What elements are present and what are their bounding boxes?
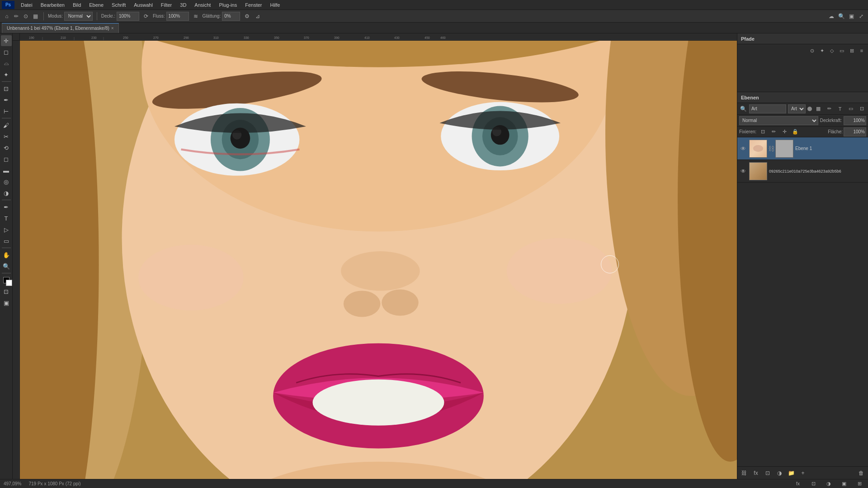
- blend-mode-select[interactable]: Normal: [739, 116, 818, 125]
- foreground-color[interactable]: [1, 275, 12, 286]
- layer-search-box[interactable]: Art: [749, 104, 786, 113]
- shape-tool[interactable]: ▭: [1, 235, 12, 246]
- canvas[interactable]: [20, 41, 737, 479]
- menu-3d[interactable]: 3D: [176, 1, 190, 9]
- hand-tool[interactable]: ✋: [1, 249, 12, 260]
- eraser-tool[interactable]: ◻: [1, 154, 12, 164]
- layer-row[interactable]: 👁 ⛓ Ebene 1: [737, 137, 868, 160]
- menu-bild[interactable]: Bild: [69, 1, 85, 9]
- brush-tool-icon[interactable]: ✏: [12, 12, 20, 20]
- layer-visibility-toggle[interactable]: 👁: [739, 145, 747, 152]
- magic-wand-tool[interactable]: ✦: [1, 69, 12, 80]
- opacity-input[interactable]: [844, 116, 866, 125]
- select-tool[interactable]: ◻: [1, 47, 12, 57]
- layer-icon-4[interactable]: ▭: [846, 104, 855, 113]
- pfade-grid-icon[interactable]: ⊞: [847, 46, 856, 55]
- move-tool[interactable]: ✛: [1, 35, 12, 46]
- layer-icon-5[interactable]: ⊡: [857, 104, 866, 113]
- history-tool[interactable]: ⟲: [1, 142, 12, 153]
- glattung-group: Glättung:: [203, 12, 241, 21]
- ebenen-panel-header[interactable]: Ebenen: [737, 92, 868, 103]
- path-tool[interactable]: ▷: [1, 224, 12, 235]
- pfade-circle-icon[interactable]: ⊙: [807, 46, 816, 55]
- brush-options-icon[interactable]: ⊙: [22, 12, 30, 20]
- screen-mode[interactable]: ▣: [1, 297, 12, 308]
- svg-text:410: 410: [364, 36, 370, 39]
- layer-search-type[interactable]: Art: [788, 104, 806, 113]
- crop-tool[interactable]: ⊡: [1, 83, 12, 94]
- menu-filter[interactable]: Filter: [157, 1, 175, 9]
- new-layer-btn[interactable]: +: [798, 469, 808, 478]
- layer-icon-3[interactable]: T: [835, 104, 844, 113]
- menu-ebene[interactable]: Ebene: [85, 1, 107, 9]
- blur-tool[interactable]: ◎: [1, 176, 12, 187]
- menu-ansicht[interactable]: Ansicht: [191, 1, 214, 9]
- gradient-tool[interactable]: ▬: [1, 165, 12, 176]
- svg-point-44: [507, 238, 612, 304]
- home-icon[interactable]: ⌂: [3, 12, 11, 20]
- layer-icon-1[interactable]: ▦: [814, 104, 823, 113]
- menu-auswahl[interactable]: Auswahl: [130, 1, 156, 9]
- pfade-panel-header[interactable]: Pfade: [737, 33, 868, 44]
- pfade-diamond-icon[interactable]: ◇: [827, 46, 836, 55]
- new-fill-btn[interactable]: ◑: [774, 469, 784, 478]
- fluss-input[interactable]: [166, 12, 189, 21]
- fluss-label: Fluss:: [153, 14, 165, 19]
- measure-tool[interactable]: ⊢: [1, 106, 12, 117]
- menu-datei[interactable]: Datei: [17, 1, 36, 9]
- lasso-tool[interactable]: ⌓: [1, 58, 12, 69]
- pfade-star-icon[interactable]: ✦: [817, 46, 826, 55]
- menu-bearbeiten[interactable]: Bearbeiten: [37, 1, 68, 9]
- settings-icon[interactable]: ⚙: [243, 12, 251, 20]
- cloud-icon[interactable]: ☁: [827, 12, 835, 20]
- quick-mask-mode[interactable]: ⊡: [1, 286, 12, 297]
- menu-hilfe[interactable]: Hilfe: [266, 1, 283, 9]
- airbrush-icon[interactable]: ⟳: [142, 12, 150, 20]
- brush-tool[interactable]: 🖌: [1, 120, 12, 131]
- pfade-square-icon[interactable]: ▭: [837, 46, 846, 55]
- add-style-btn[interactable]: fx: [751, 469, 761, 478]
- document-tab[interactable]: Unbenannt-1 bei 497% (Ebene 1, Ebenenmas…: [2, 23, 119, 33]
- delete-layer-btn[interactable]: 🗑: [856, 469, 866, 478]
- pen-tool[interactable]: ✒: [1, 202, 12, 212]
- glattung-input[interactable]: [222, 12, 240, 21]
- status-mask-btn[interactable]: ⊡: [808, 479, 818, 488]
- status-fx-btn[interactable]: fx: [793, 479, 803, 488]
- pfade-panel-menu[interactable]: ≡: [857, 46, 866, 55]
- link-layers-btn[interactable]: ⛓: [739, 469, 749, 478]
- menu-fenster[interactable]: Fenster: [241, 1, 265, 9]
- expand-icon[interactable]: ⤢: [857, 12, 865, 20]
- ebenen-title: Ebenen: [741, 95, 759, 100]
- modus-select[interactable]: Normal: [64, 12, 93, 21]
- fill-input[interactable]: [844, 127, 866, 136]
- clone-tool[interactable]: ✂: [1, 131, 12, 142]
- panel-icon[interactable]: ▣: [847, 12, 855, 20]
- status-panel-btn[interactable]: ▣: [839, 479, 849, 488]
- layer-icon-2[interactable]: ✏: [825, 104, 834, 113]
- mask-icon[interactable]: ▦: [31, 12, 39, 20]
- type-tool[interactable]: T: [1, 213, 12, 224]
- flow-icon[interactable]: ≋: [192, 12, 200, 20]
- svg-point-43: [138, 245, 244, 311]
- eyedropper-tool[interactable]: ✒: [1, 94, 12, 105]
- layer-search-text: Art: [751, 106, 757, 111]
- add-mask-btn[interactable]: ⊡: [763, 469, 773, 478]
- lock-pixel-btn[interactable]: ⊡: [758, 127, 767, 136]
- lock-move-btn[interactable]: ✛: [780, 127, 789, 136]
- menu-schrift[interactable]: Schrift: [108, 1, 129, 9]
- lock-all-btn[interactable]: 🔒: [791, 127, 800, 136]
- layer-visibility-toggle[interactable]: 👁: [739, 168, 747, 174]
- status-adjust-btn[interactable]: ◑: [824, 479, 834, 488]
- angle-icon[interactable]: ⊿: [254, 12, 262, 20]
- deckraft-input[interactable]: [117, 12, 139, 21]
- new-group-btn[interactable]: 📁: [786, 469, 796, 478]
- layer-search-icon[interactable]: 🔍: [739, 105, 747, 113]
- menu-plugins[interactable]: Plug-ins: [215, 1, 241, 9]
- search-icon[interactable]: 🔍: [837, 12, 845, 20]
- lock-pos-btn[interactable]: ✏: [769, 127, 778, 136]
- status-zoom-btn[interactable]: ⊞: [854, 479, 864, 488]
- zoom-tool[interactable]: 🔍: [1, 261, 12, 272]
- layer-row[interactable]: 👁 09265c211e010a725e3ba4623a92b5b6: [737, 160, 868, 183]
- dodge-tool[interactable]: ◑: [1, 188, 12, 198]
- tab-close-btn[interactable]: ×: [111, 26, 114, 31]
